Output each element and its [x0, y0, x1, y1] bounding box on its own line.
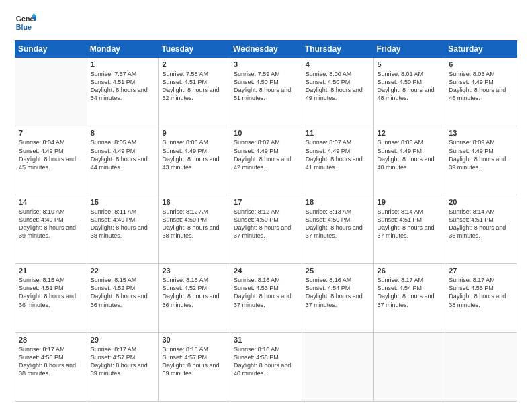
day-cell: 19Sunrise: 8:14 AMSunset: 4:51 PMDayligh… — [373, 195, 445, 263]
day-number: 28 — [19, 336, 83, 344]
cell-info: Sunrise: 8:14 AMSunset: 4:51 PMDaylight:… — [449, 208, 513, 240]
header: General Blue — [15, 12, 517, 34]
cell-info: Sunrise: 8:11 AMSunset: 4:49 PMDaylight:… — [91, 208, 155, 240]
day-number: 15 — [91, 198, 155, 206]
day-number: 9 — [162, 129, 226, 137]
cell-info: Sunrise: 8:10 AMSunset: 4:49 PMDaylight:… — [19, 208, 83, 240]
col-header-saturday: Saturday — [445, 41, 517, 58]
cell-info: Sunrise: 8:09 AMSunset: 4:49 PMDaylight:… — [449, 138, 513, 171]
day-number: 30 — [162, 336, 226, 344]
cell-info: Sunrise: 8:16 AMSunset: 4:53 PMDaylight:… — [234, 276, 298, 309]
cell-info: Sunrise: 8:16 AMSunset: 4:52 PMDaylight:… — [162, 276, 226, 309]
day-cell: 4Sunrise: 8:00 AMSunset: 4:50 PMDaylight… — [302, 58, 373, 126]
day-cell: 1Sunrise: 7:57 AMSunset: 4:51 PMDaylight… — [87, 58, 159, 126]
col-header-sunday: Sunday — [15, 41, 87, 58]
day-cell: 20Sunrise: 8:14 AMSunset: 4:51 PMDayligh… — [445, 195, 517, 263]
cell-info: Sunrise: 8:18 AMSunset: 4:57 PMDaylight:… — [162, 345, 226, 378]
day-number: 8 — [91, 129, 155, 137]
day-cell: 17Sunrise: 8:12 AMSunset: 4:50 PMDayligh… — [230, 195, 302, 263]
logo: General Blue — [15, 12, 36, 34]
cell-info: Sunrise: 8:03 AMSunset: 4:49 PMDaylight:… — [449, 70, 513, 103]
day-cell — [15, 58, 87, 126]
cell-info: Sunrise: 7:59 AMSunset: 4:50 PMDaylight:… — [234, 70, 298, 103]
cell-info: Sunrise: 8:01 AMSunset: 4:50 PMDaylight:… — [378, 70, 442, 103]
cell-info: Sunrise: 8:12 AMSunset: 4:50 PMDaylight:… — [162, 208, 226, 240]
cell-info: Sunrise: 8:16 AMSunset: 4:54 PMDaylight:… — [306, 276, 370, 309]
cell-info: Sunrise: 8:17 AMSunset: 4:55 PMDaylight:… — [449, 276, 513, 309]
svg-text:Blue: Blue — [16, 23, 32, 31]
week-row-5: 28Sunrise: 8:17 AMSunset: 4:56 PMDayligh… — [15, 332, 517, 401]
cell-info: Sunrise: 8:12 AMSunset: 4:50 PMDaylight:… — [234, 208, 298, 240]
day-cell: 26Sunrise: 8:17 AMSunset: 4:54 PMDayligh… — [373, 264, 445, 332]
col-header-thursday: Thursday — [302, 41, 373, 58]
cell-info: Sunrise: 8:17 AMSunset: 4:56 PMDaylight:… — [19, 345, 83, 378]
day-number: 12 — [378, 129, 442, 137]
page: General Blue SundayMondayTuesdayWednesda… — [0, 0, 532, 411]
day-cell: 24Sunrise: 8:16 AMSunset: 4:53 PMDayligh… — [230, 264, 302, 332]
day-number: 5 — [378, 60, 442, 68]
week-row-3: 14Sunrise: 8:10 AMSunset: 4:49 PMDayligh… — [15, 195, 517, 263]
week-row-2: 7Sunrise: 8:04 AMSunset: 4:49 PMDaylight… — [15, 126, 517, 195]
day-cell: 27Sunrise: 8:17 AMSunset: 4:55 PMDayligh… — [445, 264, 517, 332]
day-cell: 18Sunrise: 8:13 AMSunset: 4:50 PMDayligh… — [302, 195, 373, 263]
day-number: 19 — [378, 198, 442, 206]
day-number: 3 — [234, 60, 298, 68]
day-cell: 28Sunrise: 8:17 AMSunset: 4:56 PMDayligh… — [15, 332, 87, 401]
day-cell: 11Sunrise: 8:07 AMSunset: 4:49 PMDayligh… — [302, 126, 373, 195]
day-cell: 29Sunrise: 8:17 AMSunset: 4:57 PMDayligh… — [87, 332, 159, 401]
cell-info: Sunrise: 8:05 AMSunset: 4:49 PMDaylight:… — [91, 138, 155, 171]
day-number: 21 — [19, 267, 83, 275]
day-cell: 5Sunrise: 8:01 AMSunset: 4:50 PMDaylight… — [373, 58, 445, 126]
day-number: 11 — [306, 129, 370, 137]
cell-info: Sunrise: 8:17 AMSunset: 4:57 PMDaylight:… — [91, 345, 155, 378]
day-cell: 31Sunrise: 8:18 AMSunset: 4:58 PMDayligh… — [230, 332, 302, 401]
day-cell: 12Sunrise: 8:08 AMSunset: 4:49 PMDayligh… — [373, 126, 445, 195]
day-number: 7 — [19, 129, 83, 137]
day-cell: 3Sunrise: 7:59 AMSunset: 4:50 PMDaylight… — [230, 58, 302, 126]
day-number: 18 — [306, 198, 370, 206]
day-cell: 8Sunrise: 8:05 AMSunset: 4:49 PMDaylight… — [87, 126, 159, 195]
day-number: 26 — [378, 267, 442, 275]
day-number: 29 — [91, 336, 155, 344]
cell-info: Sunrise: 8:08 AMSunset: 4:49 PMDaylight:… — [378, 138, 442, 171]
day-number: 16 — [162, 198, 226, 206]
week-row-4: 21Sunrise: 8:15 AMSunset: 4:51 PMDayligh… — [15, 264, 517, 332]
day-number: 17 — [234, 198, 298, 206]
cell-info: Sunrise: 8:15 AMSunset: 4:52 PMDaylight:… — [91, 276, 155, 309]
cell-info: Sunrise: 8:17 AMSunset: 4:54 PMDaylight:… — [378, 276, 442, 309]
day-number: 6 — [449, 60, 513, 68]
col-header-wednesday: Wednesday — [230, 41, 302, 58]
col-header-monday: Monday — [87, 41, 159, 58]
day-cell: 21Sunrise: 8:15 AMSunset: 4:51 PMDayligh… — [15, 264, 87, 332]
day-number: 23 — [162, 267, 226, 275]
day-cell: 7Sunrise: 8:04 AMSunset: 4:49 PMDaylight… — [15, 126, 87, 195]
cell-info: Sunrise: 8:04 AMSunset: 4:49 PMDaylight:… — [19, 138, 83, 171]
day-number: 2 — [162, 60, 226, 68]
day-number: 24 — [234, 267, 298, 275]
cell-info: Sunrise: 8:14 AMSunset: 4:51 PMDaylight:… — [378, 208, 442, 240]
cell-info: Sunrise: 7:58 AMSunset: 4:51 PMDaylight:… — [162, 70, 226, 103]
day-number: 1 — [91, 60, 155, 68]
cell-info: Sunrise: 7:57 AMSunset: 4:51 PMDaylight:… — [91, 70, 155, 103]
cell-info: Sunrise: 8:07 AMSunset: 4:49 PMDaylight:… — [234, 138, 298, 171]
day-cell — [302, 332, 373, 401]
cell-info: Sunrise: 8:07 AMSunset: 4:49 PMDaylight:… — [306, 138, 370, 171]
day-cell: 15Sunrise: 8:11 AMSunset: 4:49 PMDayligh… — [87, 195, 159, 263]
day-cell: 10Sunrise: 8:07 AMSunset: 4:49 PMDayligh… — [230, 126, 302, 195]
day-cell: 22Sunrise: 8:15 AMSunset: 4:52 PMDayligh… — [87, 264, 159, 332]
day-cell: 23Sunrise: 8:16 AMSunset: 4:52 PMDayligh… — [159, 264, 230, 332]
day-cell — [445, 332, 517, 401]
cell-info: Sunrise: 8:18 AMSunset: 4:58 PMDaylight:… — [234, 345, 298, 378]
day-cell: 13Sunrise: 8:09 AMSunset: 4:49 PMDayligh… — [445, 126, 517, 195]
day-number: 13 — [449, 129, 513, 137]
day-number: 31 — [234, 336, 298, 344]
cell-info: Sunrise: 8:15 AMSunset: 4:51 PMDaylight:… — [19, 276, 83, 309]
day-number: 27 — [449, 267, 513, 275]
day-cell: 25Sunrise: 8:16 AMSunset: 4:54 PMDayligh… — [302, 264, 373, 332]
col-header-tuesday: Tuesday — [159, 41, 230, 58]
day-cell: 6Sunrise: 8:03 AMSunset: 4:49 PMDaylight… — [445, 58, 517, 126]
day-cell: 2Sunrise: 7:58 AMSunset: 4:51 PMDaylight… — [159, 58, 230, 126]
day-number: 20 — [449, 198, 513, 206]
col-header-friday: Friday — [373, 41, 445, 58]
day-cell: 16Sunrise: 8:12 AMSunset: 4:50 PMDayligh… — [159, 195, 230, 263]
